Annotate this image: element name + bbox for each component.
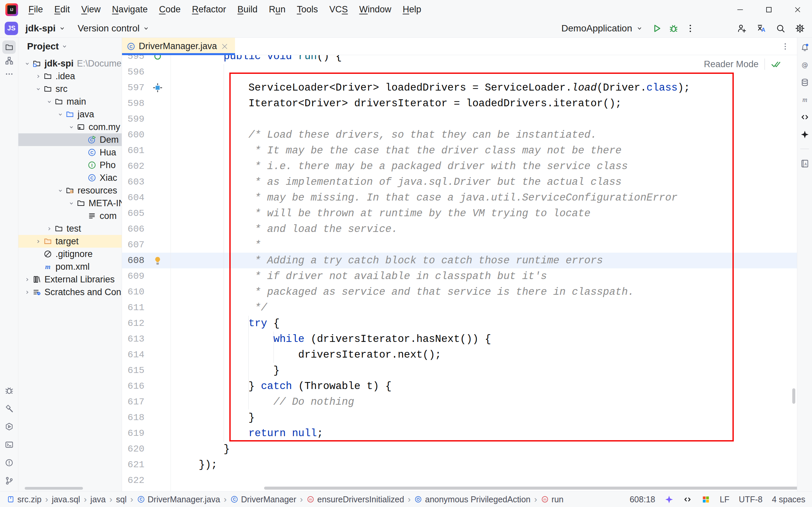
run-button[interactable]	[650, 21, 664, 36]
code-line-601[interactable]: 601 * It may be the case that the driver…	[122, 143, 797, 158]
maximize-button[interactable]	[755, 0, 783, 19]
tree-item-target[interactable]: target	[18, 235, 122, 248]
tool-stripe-structure-button[interactable]	[2, 54, 16, 67]
menu-build[interactable]: Build	[232, 2, 263, 17]
indent-setting[interactable]: 4 spaces	[772, 495, 805, 504]
minimize-button[interactable]	[726, 0, 755, 19]
encoding[interactable]: UTF-8	[739, 495, 762, 504]
code-line-596[interactable]: 596	[122, 64, 797, 80]
code-line-610[interactable]: 610 * packaged as service and that servi…	[122, 284, 797, 300]
code-line-605[interactable]: 605 * will be thrown at runtime by the V…	[122, 206, 797, 221]
editor-horizontal-scrollbar[interactable]	[264, 487, 797, 490]
menu-file[interactable]: File	[23, 2, 49, 17]
menu-help[interactable]: Help	[397, 2, 427, 17]
chevron-right-icon[interactable]	[22, 289, 32, 296]
debug-button[interactable]	[666, 21, 681, 36]
code-line-603[interactable]: 603 * as implementation of java.sql.Driv…	[122, 174, 797, 190]
tree-item--gitignore[interactable]: .gitignore	[18, 248, 122, 260]
tab-close-button[interactable]	[220, 42, 229, 51]
tool-stripe-code-with-me-button[interactable]	[798, 111, 811, 123]
tool-stripe-maven-button[interactable]: m	[798, 93, 811, 106]
code-line-618[interactable]: 618 }	[122, 410, 797, 426]
tool-stripe-notifications-bell-button[interactable]	[798, 41, 811, 54]
gutter-icon-slot[interactable]	[145, 83, 170, 93]
tree-item-external-libraries[interactable]: External Libraries	[18, 273, 122, 286]
chevron-right-icon[interactable]	[34, 238, 43, 245]
breadcrumb-java-sql[interactable]: java.sql	[52, 495, 80, 504]
settings-button[interactable]	[793, 21, 807, 36]
code-line-621[interactable]: 621 });	[122, 457, 797, 472]
translate-button[interactable]: A	[754, 21, 768, 36]
project-horizontal-scrollbar[interactable]	[25, 487, 83, 490]
search-everywhere-button[interactable]	[773, 21, 788, 36]
chevron-down-icon[interactable]	[66, 200, 76, 207]
tree-item-main[interactable]: main	[18, 95, 122, 108]
tool-stripe-git-branch-button[interactable]	[2, 474, 16, 487]
chevron-down-icon[interactable]	[55, 111, 65, 118]
chevron-down-icon[interactable]	[55, 187, 65, 194]
gutter-icon-slot[interactable]	[145, 256, 170, 265]
tool-stripe-database-button[interactable]	[798, 76, 811, 89]
breadcrumb-drivermanager-java[interactable]: CDriverManager.java	[137, 495, 220, 504]
tab-options-button[interactable]	[781, 38, 797, 55]
breadcrumb-sql[interactable]: sql	[116, 495, 127, 504]
tree-item-pom-xml[interactable]: mpom.xml	[18, 260, 122, 273]
translation-plugin-icon[interactable]	[664, 495, 673, 504]
tool-stripe-ai-assistant-button[interactable]: @	[798, 58, 811, 71]
reader-mode-toggle[interactable]: Reader Mode	[702, 57, 783, 71]
chevron-down-icon[interactable]	[22, 60, 32, 67]
tool-stripe-build-hammer-button[interactable]	[2, 402, 16, 415]
code-line-619[interactable]: 619 return null;	[122, 426, 797, 441]
code-line-604[interactable]: 604 * may be missing. In that case a jav…	[122, 190, 797, 206]
tree-item-meta-inf[interactable]: META-INF	[18, 197, 122, 210]
tree-item-src[interactable]: src	[18, 82, 122, 95]
code-line-606[interactable]: 606 * and load the service.	[122, 221, 797, 237]
menu-run[interactable]: Run	[263, 2, 291, 17]
code-line-608[interactable]: 608 * Adding a try catch block to catch …	[122, 253, 797, 268]
code-line-620[interactable]: 620 }	[122, 441, 797, 457]
tree-item-com[interactable]: com	[18, 210, 122, 222]
menu-edit[interactable]: Edit	[49, 2, 76, 17]
code-line-609[interactable]: 609 * if driver not available in classpa…	[122, 268, 797, 284]
run-config-selector[interactable]: DemoApplication	[558, 23, 644, 34]
menu-vcs[interactable]: VCS	[324, 2, 354, 17]
menu-code[interactable]: Code	[153, 2, 186, 17]
menu-window[interactable]: Window	[354, 2, 397, 17]
menu-refactor[interactable]: Refactor	[186, 2, 232, 17]
chevron-down-icon[interactable]	[66, 124, 76, 131]
tree-item-com-my[interactable]: com.my	[18, 121, 122, 133]
close-button[interactable]	[783, 0, 812, 19]
code-line-597[interactable]: 597 ServiceLoader<Driver> loadedDrivers …	[122, 80, 797, 96]
menu-navigate[interactable]: Navigate	[106, 2, 153, 17]
code-line-612[interactable]: 612 try {	[122, 316, 797, 331]
breadcrumb-drivermanager[interactable]: CDriverManager	[230, 495, 296, 504]
tree-item-java[interactable]: java	[18, 108, 122, 121]
line-ending[interactable]: LF	[720, 495, 729, 504]
tree-item-scratches-and-cons[interactable]: Scratches and Cons	[18, 286, 122, 298]
project-panel-header[interactable]: Project	[18, 38, 122, 55]
code-line-615[interactable]: 615 }	[122, 362, 797, 378]
tree-item-hua[interactable]: CHua	[18, 146, 122, 159]
vcs-widget[interactable]: Version control	[74, 22, 153, 35]
tool-stripe-translation-pinwheel-button[interactable]	[798, 128, 811, 141]
tool-stripe-more-horizontal-button[interactable]	[2, 67, 16, 80]
tree-item-xiac[interactable]: CXiac	[18, 171, 122, 184]
menu-tools[interactable]: Tools	[291, 2, 324, 17]
project-selector[interactable]: jdk-spi	[22, 22, 69, 35]
tool-stripe-terminal-button[interactable]	[2, 438, 16, 451]
code-line-616[interactable]: 616 } catch (Throwable t) {	[122, 378, 797, 394]
tree-item-test[interactable]: test	[18, 222, 122, 235]
chevron-right-icon[interactable]	[34, 73, 43, 80]
code-line-600[interactable]: 600 /* Load these drivers, so that they …	[122, 127, 797, 143]
breadcrumb-anonymous-privilegedaction[interactable]: anonymous PrivilegedAction	[414, 495, 530, 504]
code-line-599[interactable]: 599	[122, 111, 797, 127]
code-line-617[interactable]: 617 // Do nothing	[122, 394, 797, 410]
more-run-options-button[interactable]	[683, 21, 698, 36]
tree-item-dem[interactable]: CDem	[18, 133, 122, 146]
breadcrumb-src-zip[interactable]: src.zip	[7, 495, 42, 504]
breadcrumb-java[interactable]: java	[90, 495, 106, 504]
code-line-598[interactable]: 598 Iterator<Driver> driversIterator = l…	[122, 96, 797, 111]
code-line-622[interactable]: 622	[122, 472, 797, 488]
tab-drivermanager-java[interactable]: C DriverManager.java	[122, 38, 235, 55]
menu-view[interactable]: View	[75, 2, 106, 17]
